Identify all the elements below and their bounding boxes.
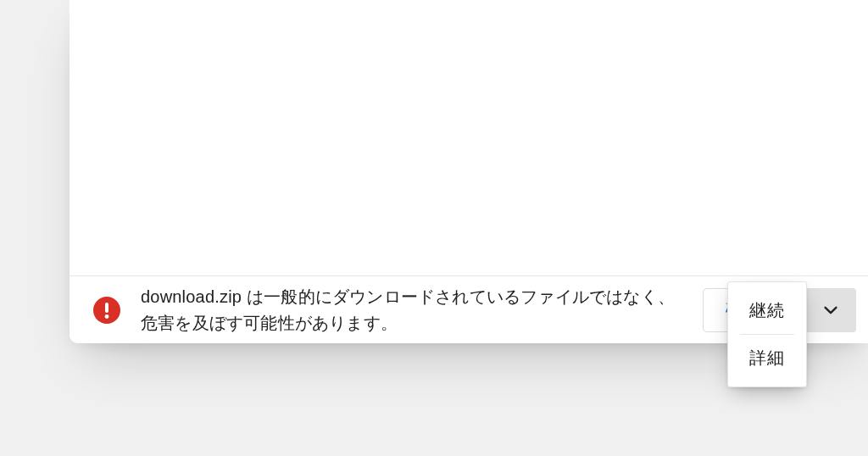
browser-window: download.zip は一般的にダウンロードされているファイルではなく、危害…: [70, 0, 868, 343]
download-options-button[interactable]: [805, 288, 856, 332]
chevron-down-icon: [821, 301, 840, 320]
warning-icon: [93, 297, 120, 324]
svg-point-2: [105, 314, 109, 319]
menu-item-continue[interactable]: 継続: [728, 291, 806, 331]
page-content: [70, 0, 868, 275]
download-options-menu: 継続 詳細: [727, 281, 807, 387]
svg-rect-1: [105, 303, 108, 313]
menu-item-details[interactable]: 詳細: [728, 338, 806, 378]
download-filename: download.zip: [141, 287, 242, 306]
download-warning-message: download.zip は一般的にダウンロードされているファイルではなく、危害…: [141, 284, 703, 336]
menu-separator: [740, 334, 794, 335]
viewport: download.zip は一般的にダウンロードされているファイルではなく、危害…: [0, 0, 868, 456]
